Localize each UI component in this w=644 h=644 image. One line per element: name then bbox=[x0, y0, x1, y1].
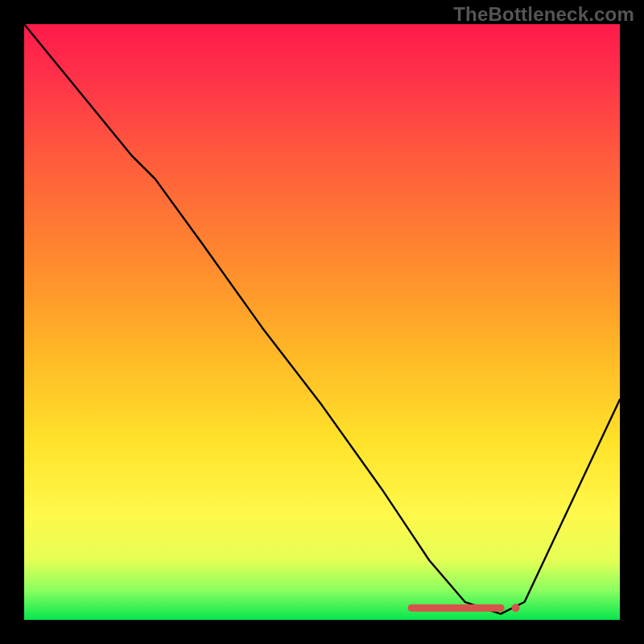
optimal-point-dot bbox=[512, 604, 520, 612]
watermark-text: TheBottleneck.com bbox=[453, 3, 634, 26]
bottleneck-curve bbox=[24, 24, 620, 614]
plot-area bbox=[24, 24, 620, 620]
chart-svg bbox=[24, 24, 620, 620]
chart-stage: TheBottleneck.com bbox=[0, 0, 644, 644]
